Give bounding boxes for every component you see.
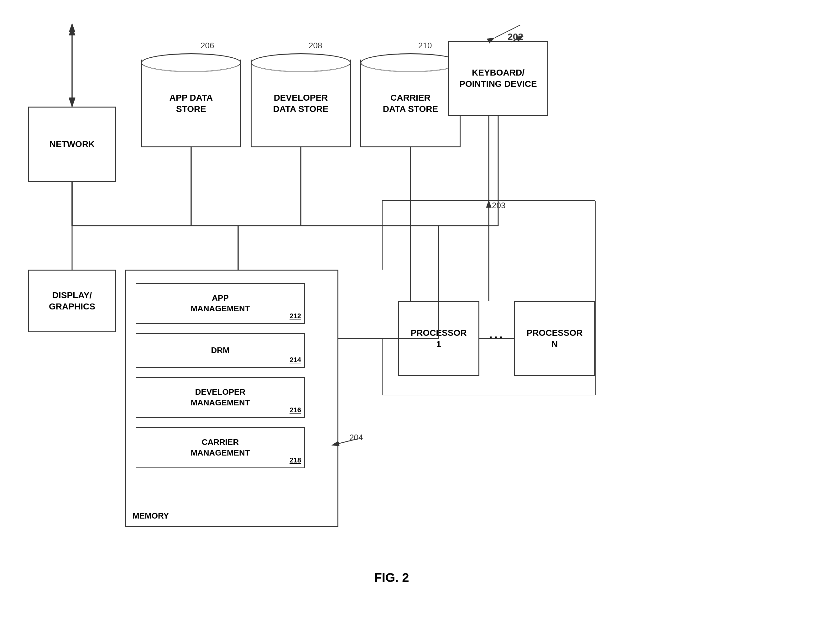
memory-outer-box: MEMORY APPMANAGEMENT 212 DRM 214 DEVELOP…	[125, 270, 338, 527]
developer-data-store-label: DEVELOPERDATA STORE	[273, 92, 328, 115]
developer-management-label: DEVELOPERMANAGEMENT	[191, 387, 250, 408]
carrier-management-box: CARRIERMANAGEMENT 218	[136, 427, 305, 468]
carrier-data-store-ref: 210	[418, 41, 432, 51]
ref204-arrow	[329, 429, 366, 454]
drm-ref: 214	[289, 356, 301, 365]
processorN-label: PROCESSORN	[527, 327, 583, 350]
app-data-store-cylinder: APP DATASTORE	[141, 41, 241, 147]
memory-group-ref: 203	[492, 201, 505, 210]
drm-box: DRM 214	[136, 333, 305, 368]
processor1-box: PROCESSOR1	[398, 301, 479, 376]
carrier-management-ref: 218	[289, 456, 301, 465]
developer-data-store-cylinder: DEVELOPERDATA STORE	[251, 41, 351, 147]
memory-label: MEMORY	[133, 511, 169, 521]
app-management-box: APPMANAGEMENT 212	[136, 283, 305, 324]
app-management-label: APPMANAGEMENT	[191, 293, 250, 314]
svg-line-23	[332, 439, 357, 445]
processorN-box: PROCESSORN	[514, 301, 595, 376]
figure-label: FIG. 2	[345, 571, 439, 585]
carrier-management-label: CARRIERMANAGEMENT	[191, 437, 250, 458]
developer-data-store-ref: 208	[309, 41, 322, 51]
svg-line-21	[495, 25, 520, 38]
diagram: NETWORK DISPLAY/ GRAPHICS APP DATASTORE …	[0, 0, 840, 633]
carrier-data-store-label: CARRIERDATA STORE	[383, 92, 438, 115]
app-data-store-ref: 206	[201, 41, 214, 51]
carrier-data-store-cylinder: CARRIERDATA STORE	[360, 41, 461, 147]
developer-management-box: DEVELOPERMANAGEMENT 216	[136, 377, 305, 418]
display-box: DISPLAY/ GRAPHICS	[28, 270, 116, 332]
ref202-arrow-svg	[483, 19, 545, 50]
keyboard-label: KEYBOARD/POINTING DEVICE	[459, 67, 537, 90]
drm-label: DRM	[211, 345, 229, 356]
app-data-store-label: APP DATASTORE	[169, 92, 213, 115]
developer-management-ref: 216	[289, 406, 301, 415]
display-label: DISPLAY/ GRAPHICS	[29, 290, 115, 313]
app-management-ref: 212	[289, 312, 301, 321]
processor1-label: PROCESSOR1	[411, 327, 467, 350]
network-box: NETWORK	[28, 107, 116, 182]
dots: ...	[489, 326, 504, 342]
keyboard-box: KEYBOARD/POINTING DEVICE	[448, 41, 548, 116]
network-label: NETWORK	[49, 139, 95, 150]
